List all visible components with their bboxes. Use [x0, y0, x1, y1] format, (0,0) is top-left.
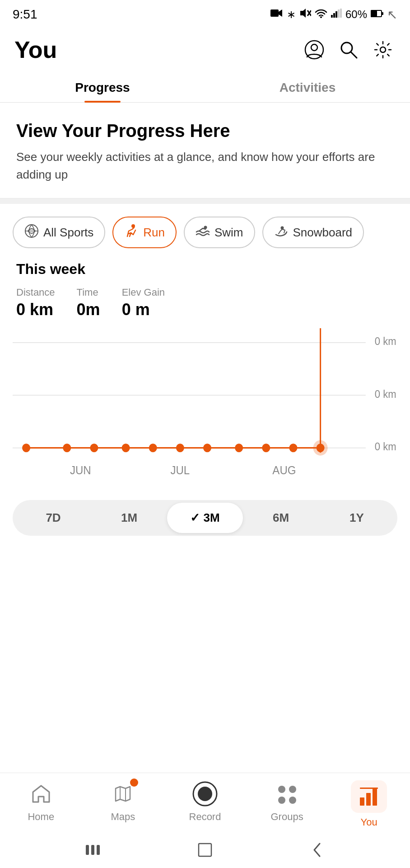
svg-point-52: [289, 797, 296, 804]
this-week-stats: This week Distance 0 km Time 0m Elev Gai…: [0, 257, 410, 328]
svg-point-28: [63, 443, 71, 452]
video-icon: [270, 8, 283, 21]
svg-point-51: [278, 797, 285, 804]
svg-point-33: [203, 443, 211, 452]
signal-icon: [331, 9, 342, 20]
mute-icon: [299, 8, 311, 21]
time-btn-7d[interactable]: 7D: [15, 503, 91, 533]
time-btn-1m[interactable]: 1M: [91, 503, 167, 533]
stat-elev-label: Elev Gain: [122, 287, 165, 298]
svg-marker-1: [300, 9, 306, 18]
time-btn-3m[interactable]: ✓ 3M: [167, 503, 243, 533]
svg-point-48: [198, 787, 212, 801]
svg-point-34: [235, 443, 243, 452]
cursor-indicator: ↖: [387, 7, 397, 22]
header-action-icons: [302, 37, 396, 62]
stats-row: Distance 0 km Time 0m Elev Gain 0 m: [16, 287, 394, 319]
sport-filter-bar: All Sports Run Swim: [0, 204, 410, 257]
svg-line-15: [351, 52, 357, 58]
battery-text: 60%: [345, 8, 367, 21]
svg-rect-57: [86, 845, 89, 855]
wifi-icon: [315, 8, 327, 21]
page-title: You: [14, 36, 57, 63]
maps-icon-wrap: [109, 780, 136, 807]
svg-rect-60: [199, 844, 211, 856]
maps-icon: [112, 783, 134, 805]
svg-rect-0: [270, 9, 279, 17]
stat-time: Time 0m: [77, 287, 100, 319]
run-icon: [124, 224, 139, 241]
profile-button[interactable]: [302, 37, 327, 62]
tab-progress[interactable]: Progress: [0, 72, 205, 102]
svg-point-16: [380, 47, 386, 52]
svg-text:AUG: AUG: [272, 464, 296, 476]
tab-activities[interactable]: Activities: [205, 72, 410, 102]
svg-rect-11: [382, 12, 383, 15]
sport-chip-snowboard-label: Snowboard: [293, 226, 353, 240]
status-icons: ∗: [270, 7, 397, 22]
svg-text:0 km: 0 km: [375, 440, 396, 453]
bluetooth-icon: ∗: [287, 8, 296, 21]
system-nav-menu[interactable]: [81, 839, 104, 861]
you-icon: [359, 787, 379, 807]
svg-text:JUL: JUL: [170, 464, 190, 476]
svg-rect-7: [338, 9, 340, 18]
week-label: This week: [16, 261, 394, 278]
home-icon: [30, 783, 52, 805]
snowboard-icon: [274, 224, 289, 241]
status-time: 9:51: [13, 7, 37, 22]
progress-description: See your weekly activities at a glance, …: [16, 148, 394, 184]
status-bar: 9:51 ∗: [0, 0, 410, 27]
svg-point-36: [289, 443, 297, 452]
svg-point-31: [149, 443, 157, 452]
svg-point-30: [122, 443, 130, 452]
sport-chip-all-sports[interactable]: All Sports: [13, 217, 105, 248]
nav-label-groups: Groups: [271, 811, 303, 823]
svg-text:JUN: JUN: [70, 464, 91, 476]
svg-text:0 km: 0 km: [375, 335, 396, 347]
sport-chip-snowboard[interactable]: Snowboard: [262, 217, 364, 248]
all-sports-icon: [24, 224, 39, 241]
svg-point-50: [289, 786, 296, 793]
groups-icon: [275, 783, 299, 805]
header: You: [0, 27, 410, 72]
nav-item-maps[interactable]: Maps: [82, 780, 164, 828]
progress-intro: View Your Progress Here See your weekly …: [0, 103, 410, 198]
settings-button[interactable]: [370, 37, 396, 62]
groups-icon-wrap: [274, 780, 301, 807]
nav-label-you: You: [361, 816, 377, 828]
sport-chip-swim-label: Swim: [214, 226, 243, 240]
svg-rect-55: [373, 788, 377, 806]
section-separator: [0, 198, 410, 204]
tab-bar: Progress Activities: [0, 72, 410, 103]
system-nav-home[interactable]: [194, 839, 216, 861]
sport-chip-run[interactable]: Run: [112, 217, 177, 248]
system-nav-back[interactable]: [306, 839, 329, 861]
svg-text:0 km: 0 km: [375, 388, 396, 400]
svg-point-49: [278, 786, 285, 793]
sport-chip-all-sports-label: All Sports: [43, 226, 93, 240]
time-btn-1y[interactable]: 1Y: [319, 503, 395, 533]
svg-rect-56: [360, 788, 378, 789]
sport-chip-run-label: Run: [143, 226, 165, 240]
svg-rect-5: [333, 13, 335, 18]
stat-distance-label: Distance: [16, 287, 55, 298]
battery-icon: [371, 9, 383, 20]
sport-chip-swim[interactable]: Swim: [184, 217, 255, 248]
svg-rect-10: [371, 11, 377, 16]
time-btn-6m[interactable]: 6M: [243, 503, 319, 533]
svg-point-27: [22, 443, 30, 452]
activity-chart: 0 km 0 km 0 km JUN JUL AUG: [0, 328, 410, 491]
nav-item-record[interactable]: Record: [164, 780, 246, 828]
swim-icon: [196, 224, 210, 241]
nav-label-record: Record: [189, 811, 221, 823]
stat-time-label: Time: [77, 287, 100, 298]
search-button[interactable]: [336, 37, 361, 62]
stat-elev: Elev Gain 0 m: [122, 287, 165, 319]
stat-distance-value: 0 km: [16, 300, 55, 319]
nav-item-home[interactable]: Home: [0, 780, 82, 828]
progress-title: View Your Progress Here: [16, 121, 394, 141]
stat-elev-value: 0 m: [122, 300, 165, 319]
nav-item-you[interactable]: You: [328, 780, 410, 828]
nav-item-groups[interactable]: Groups: [246, 780, 328, 828]
